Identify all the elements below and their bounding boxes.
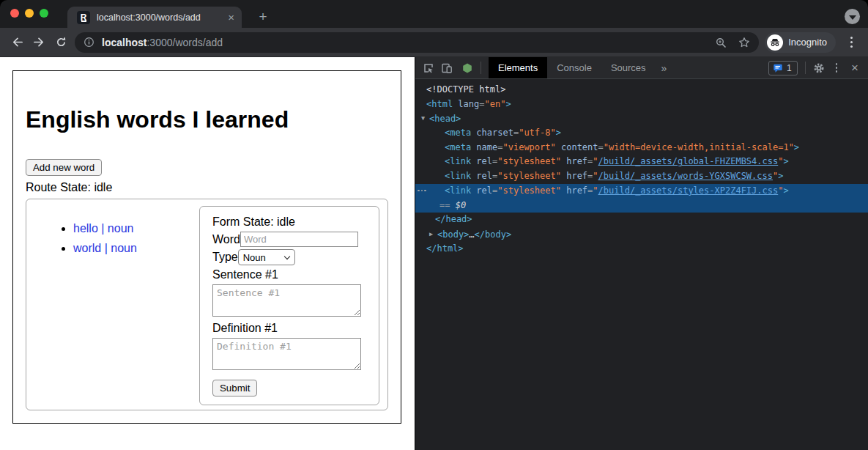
inspect-cursor-icon: [423, 62, 434, 74]
sentence-label: Sentence #1: [212, 268, 367, 281]
devtools-code: <!DOCTYPE html><html lang="en">▼<head><m…: [415, 79, 868, 256]
devtools-code-line[interactable]: <meta name="viewport" content="width=dev…: [415, 141, 868, 155]
devtools-tab-bar: Elements Console Sources »: [489, 57, 672, 78]
sentence-textarea[interactable]: [212, 284, 361, 317]
devtools-toolbar: Elements Console Sources » 1 ×: [415, 57, 868, 79]
tab-title: localhost:3000/words/add: [97, 12, 223, 23]
back-button[interactable]: [6, 32, 28, 54]
tab-sources[interactable]: Sources: [601, 57, 656, 78]
tab-close-icon[interactable]: ×: [228, 12, 234, 23]
url-text[interactable]: localhost:3000/words/add: [102, 37, 715, 48]
devtools-code-line[interactable]: <!DOCTYPE html>: [415, 83, 868, 97]
word-link[interactable]: hello | noun: [73, 222, 133, 235]
minimize-window-button[interactable]: [25, 9, 34, 18]
new-tab-button[interactable]: +: [253, 7, 272, 26]
toolbar-divider: [805, 62, 806, 74]
tab-console[interactable]: Console: [547, 57, 601, 78]
incognito-badge: Incognito: [765, 32, 836, 53]
page-title: English words I learned: [26, 106, 388, 133]
inspect-element-button[interactable]: [423, 62, 434, 74]
tab-search-button[interactable]: [845, 9, 860, 24]
browser-window: R localhost:3000/words/add × + localhost…: [0, 0, 868, 450]
issues-bubble-icon: [773, 63, 783, 73]
incognito-label: Incognito: [788, 37, 827, 48]
traffic-lights: [10, 9, 48, 18]
reload-button[interactable]: [50, 32, 72, 54]
words-panel: hello | noun world | noun Form State: id…: [26, 199, 388, 410]
devtools-code-line[interactable]: <link rel="stylesheet" href="/build/_ass…: [415, 155, 868, 169]
devtools-code-line[interactable]: == $0: [415, 199, 868, 213]
word-link[interactable]: world | noun: [73, 242, 137, 254]
word-list: hello | noun world | noun: [44, 221, 137, 261]
bookmark-star-icon[interactable]: [738, 37, 750, 48]
devtools-code-line[interactable]: </html>: [415, 242, 868, 257]
device-toolbar-button[interactable]: [441, 62, 453, 74]
window-content: English words I learned Add new word Rou…: [0, 57, 868, 450]
zoom-icon[interactable]: [715, 37, 727, 48]
back-arrow-icon: [11, 36, 23, 48]
devtools-code-line[interactable]: <meta charset="utf-8">: [415, 126, 868, 141]
issues-counter-button[interactable]: 1: [768, 61, 798, 75]
type-select-wrap: Noun: [238, 249, 295, 265]
forward-arrow-icon: [33, 36, 45, 48]
add-new-word-button[interactable]: Add new word: [26, 159, 102, 176]
reload-icon: [55, 36, 67, 48]
route-state-text: Route State: idle: [26, 180, 388, 194]
devtools-menu-button[interactable]: [831, 63, 842, 73]
list-item: hello | noun: [73, 221, 137, 235]
devtools-code-line[interactable]: <link rel="stylesheet" href="/build/_ass…: [415, 169, 868, 184]
device-toolbar-icon: [441, 62, 453, 74]
titlebar: R localhost:3000/words/add × +: [0, 0, 868, 28]
list-item: world | noun: [73, 241, 137, 255]
definition-label: Definition #1: [212, 321, 367, 335]
browser-menu-button[interactable]: [842, 37, 861, 48]
devtools-panel: Elements Console Sources » 1 ×: [415, 57, 868, 450]
node-options-dots-icon[interactable]: [418, 190, 426, 192]
chevron-down-icon: [849, 15, 856, 20]
devtools-code-line[interactable]: </head>: [415, 213, 868, 227]
form-state-text: Form State: idle: [212, 215, 367, 229]
collapse-arrow-icon[interactable]: ▼: [421, 111, 429, 126]
devtools-code-line[interactable]: ▶<body>…</body>: [415, 227, 868, 242]
address-bar[interactable]: localhost:3000/words/add: [75, 32, 759, 53]
devtools-code-line[interactable]: <link rel="stylesheet" href="/build/_ass…: [415, 184, 868, 199]
devtools-code-line[interactable]: ▼<head>: [415, 111, 868, 126]
site-info-icon[interactable]: [84, 37, 94, 48]
devtools-settings-button[interactable]: [813, 62, 825, 74]
word-input[interactable]: [240, 232, 358, 247]
issues-count: 1: [787, 63, 792, 73]
toolbar-divider: [481, 62, 481, 74]
close-window-button[interactable]: [10, 9, 19, 18]
app-container: English words I learned Add new word Rou…: [12, 70, 401, 424]
remix-favicon-icon: R: [77, 11, 90, 24]
type-label: Type: [212, 251, 238, 264]
type-select[interactable]: Noun: [238, 249, 295, 265]
devtools-code-line[interactable]: <html lang="en">: [415, 97, 868, 112]
extension-hexagon-button[interactable]: [461, 62, 473, 74]
devtools-close-button[interactable]: ×: [848, 62, 861, 74]
green-hexagon-icon: [461, 62, 473, 74]
gear-icon: [813, 62, 825, 74]
tab-elements[interactable]: Elements: [489, 57, 547, 78]
submit-button[interactable]: Submit: [212, 380, 257, 396]
more-tabs-button[interactable]: »: [656, 62, 673, 74]
add-word-form: Form State: idle Word Type Noun: [199, 206, 379, 405]
forward-button[interactable]: [28, 32, 50, 54]
word-label: Word: [212, 233, 240, 246]
definition-textarea[interactable]: [212, 338, 361, 370]
web-page: English words I learned Add new word Rou…: [0, 57, 415, 450]
expand-arrow-icon[interactable]: ▶: [429, 227, 437, 242]
zoom-window-button[interactable]: [40, 9, 48, 18]
incognito-icon: [767, 34, 783, 51]
devtools-toolbar-right: 1 ×: [768, 61, 868, 75]
browser-tab[interactable]: R localhost:3000/words/add ×: [67, 7, 242, 28]
browser-toolbar: localhost:3000/words/add Incognito: [0, 28, 868, 57]
